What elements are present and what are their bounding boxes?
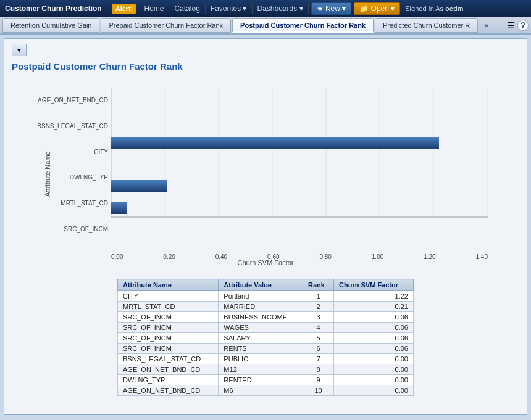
content-inner: ▼ Postpaid Customer Churn Factor Rank At… <box>4 39 527 401</box>
cell-rank: 8 <box>303 364 333 375</box>
cell-factor: 0.21 <box>334 302 414 312</box>
y-label-3: DWLNG_TYP <box>70 174 108 181</box>
chart-svg <box>111 88 488 242</box>
cell-rank: 2 <box>303 302 333 312</box>
bar-mrtl <box>111 180 167 192</box>
bar-city <box>111 137 439 149</box>
signed-in-label: Signed In As ocdm <box>405 5 463 12</box>
tab-icons: ☰ ? <box>507 20 529 31</box>
y-axis-labels: AGE_ON_NET_BND_CD BSNS_LEGAL_STAT_CD CIT… <box>43 88 108 242</box>
cell-factor: 0.00 <box>334 385 414 396</box>
col-attribute-name: Attribute Name <box>118 279 219 291</box>
alert-button[interactable]: Alert! <box>112 4 137 14</box>
table-row: SRC_OF_INCM SALARY 5 0.06 <box>118 333 414 344</box>
cell-attr-value: M6 <box>219 385 303 396</box>
cell-attr-value: WAGES <box>219 323 303 333</box>
table-row: CITY Portland 1 1.22 <box>118 291 414 302</box>
cell-attr-value: RENTS <box>219 344 303 354</box>
cell-rank: 9 <box>303 375 333 385</box>
tab-overflow[interactable]: » <box>479 20 493 31</box>
cell-attr-name: AGE_ON_NET_BND_CD <box>118 364 219 375</box>
tab-postpaid[interactable]: Postpaid Customer Churn Factor Rank <box>232 18 374 33</box>
y-label-5: SRC_OF_INCM <box>64 226 108 233</box>
nav-dashboards[interactable]: Dashboards ▾ <box>253 3 309 14</box>
data-table: Attribute Name Attribute Value Rank Chur… <box>117 279 414 396</box>
nav-favorites[interactable]: Favorites ▾ <box>206 3 253 14</box>
cell-attr-value: Portland <box>219 291 303 302</box>
cell-attr-name: DWLNG_TYP <box>118 375 219 385</box>
cell-factor: 1.22 <box>334 291 414 302</box>
cell-factor: 0.06 <box>334 312 414 323</box>
username: ocdm <box>445 5 463 12</box>
bar-src <box>111 202 127 214</box>
cell-attr-value: PUBLIC <box>219 354 303 364</box>
cell-rank: 1 <box>303 291 333 302</box>
cell-attr-value: MARRIED <box>219 302 303 312</box>
cell-factor: 0.00 <box>334 375 414 385</box>
x-axis-title: Churn SVM Factor <box>25 259 506 266</box>
y-label-1: BSNS_LEGAL_STAT_CD <box>37 123 108 130</box>
nav-home[interactable]: Home <box>139 3 169 14</box>
cell-attr-name: BSNS_LEGAL_STAT_CD <box>118 354 219 364</box>
y-label-4: MRTL_STAT_CD <box>61 200 108 207</box>
cell-attr-value: BUSINESS INCOME <box>219 312 303 323</box>
cell-attr-name: CITY <box>118 291 219 302</box>
tab-bar: Retention Cumulative Gain Prepaid Custom… <box>0 17 531 35</box>
table-row: BSNS_LEGAL_STAT_CD PUBLIC 7 0.00 <box>118 354 414 364</box>
cell-rank: 10 <box>303 385 333 396</box>
table-row: SRC_OF_INCM WAGES 4 0.06 <box>118 323 414 333</box>
cell-attr-name: SRC_OF_INCM <box>118 312 219 323</box>
cell-attr-value: RENTED <box>219 375 303 385</box>
tab-predicted[interactable]: Predicted Churn Customer R <box>375 18 478 33</box>
cell-rank: 4 <box>303 323 333 333</box>
open-button[interactable]: 📁 Open ▾ <box>354 2 400 15</box>
top-nav: Alert! Home Catalog Favorites ▾ Dashboar… <box>112 2 526 15</box>
cell-factor: 0.00 <box>334 364 414 375</box>
y-label-2: CITY <box>94 149 108 155</box>
table-row: DWLNG_TYP RENTED 9 0.00 <box>118 375 414 385</box>
cell-rank: 7 <box>303 354 333 364</box>
cell-attr-name: SRC_OF_INCM <box>118 333 219 344</box>
table-row: MRTL_STAT_CD MARRIED 2 0.21 <box>118 302 414 312</box>
col-attribute-value: Attribute Value <box>219 279 303 291</box>
table-row: AGE_ON_NET_BND_CD M6 10 0.00 <box>118 385 414 396</box>
col-churn-factor: Churn SVM Factor <box>334 279 414 291</box>
cell-factor: 0.06 <box>334 323 414 333</box>
nav-catalog[interactable]: Catalog <box>169 3 205 14</box>
cell-attr-name: SRC_OF_INCM <box>118 344 219 354</box>
cell-rank: 6 <box>303 344 333 354</box>
dropdown-toggle[interactable]: ▼ <box>12 44 27 56</box>
cell-rank: 3 <box>303 312 333 323</box>
tab-prepaid[interactable]: Prepaid Customer Churn Factor Rank <box>101 18 231 33</box>
cell-factor: 0.00 <box>334 354 414 364</box>
new-button[interactable]: ★ New ▾ <box>311 2 352 15</box>
col-rank: Rank <box>303 279 333 291</box>
page-title: Postpaid Customer Churn Factor Rank <box>12 61 519 72</box>
cell-rank: 5 <box>303 333 333 344</box>
table-row: SRC_OF_INCM RENTS 6 0.06 <box>118 344 414 354</box>
chart-container: Attribute Name AGE_ON_NET_BND_CD BSNS_LE… <box>25 81 506 266</box>
list-icon[interactable]: ☰ <box>507 20 515 30</box>
app-title: Customer Churn Prediction <box>5 4 102 13</box>
cell-factor: 0.06 <box>334 333 414 344</box>
main-content: ▼ Postpaid Customer Churn Factor Rank At… <box>4 38 527 415</box>
help-icon[interactable]: ? <box>517 20 529 31</box>
cell-attr-value: M12 <box>219 364 303 375</box>
cell-attr-name: SRC_OF_INCM <box>118 323 219 333</box>
tab-retention[interactable]: Retention Cumulative Gain <box>2 18 99 33</box>
cell-attr-name: AGE_ON_NET_BND_CD <box>118 385 219 396</box>
table-row: SRC_OF_INCM BUSINESS INCOME 3 0.06 <box>118 312 414 323</box>
cell-attr-value: SALARY <box>219 333 303 344</box>
y-label-0: AGE_ON_NET_BND_CD <box>38 97 108 104</box>
top-bar: Customer Churn Prediction Alert! Home Ca… <box>0 0 531 17</box>
cell-factor: 0.06 <box>334 344 414 354</box>
cell-attr-name: MRTL_STAT_CD <box>118 302 219 312</box>
table-row: AGE_ON_NET_BND_CD M12 8 0.00 <box>118 364 414 375</box>
